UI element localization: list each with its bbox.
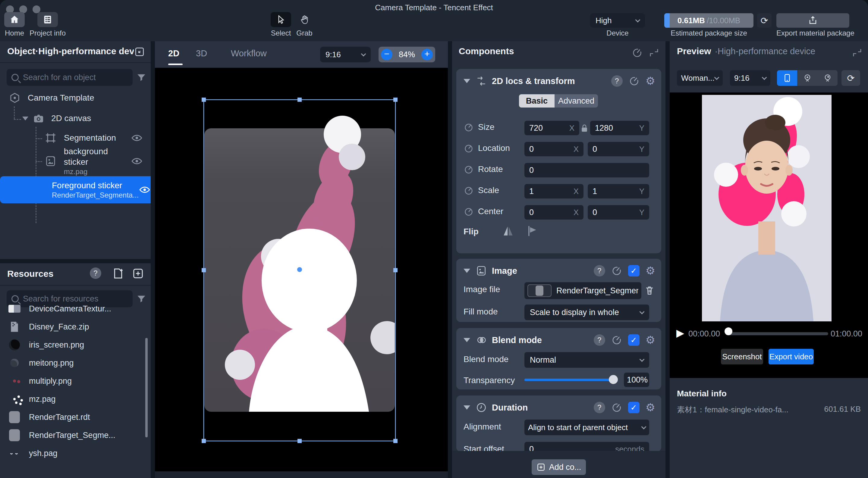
help-icon[interactable]: ? — [594, 402, 605, 413]
center-y-input[interactable]: 0Y — [588, 205, 649, 220]
home-button[interactable] — [4, 12, 25, 27]
transparency-slider-knob[interactable] — [609, 375, 618, 384]
gear-icon[interactable]: ⚙ — [646, 402, 655, 413]
rotate-input[interactable]: 0 — [524, 163, 649, 178]
visibility-eye-icon[interactable] — [131, 155, 143, 167]
reset-dial-icon[interactable] — [632, 47, 643, 58]
advanced-tab[interactable]: Advanced — [555, 94, 598, 107]
preview-model-dropdown[interactable]: Woman... — [677, 70, 723, 86]
zoom-out-button[interactable]: − — [381, 49, 393, 60]
keyframe-dial-icon[interactable] — [464, 164, 474, 174]
source-webcam-front-button[interactable] — [797, 70, 817, 86]
reset-dial-icon[interactable] — [611, 402, 622, 413]
reset-dial-icon[interactable] — [629, 75, 640, 87]
object-search[interactable] — [7, 69, 133, 86]
keyframe-dial-icon[interactable] — [464, 143, 474, 153]
tree-item-camera-template[interactable]: Camera Template — [0, 90, 151, 106]
project-info-button[interactable] — [37, 12, 58, 27]
tree-item-background-sticker[interactable]: background sticker mz.pag — [0, 149, 151, 174]
grab-tool-button[interactable] — [294, 12, 315, 27]
resource-item[interactable]: mz.pag — [0, 390, 147, 408]
visibility-eye-icon[interactable] — [138, 184, 151, 196]
gear-icon[interactable]: ⚙ — [646, 75, 655, 87]
resource-item[interactable]: RenderTarget.rdt — [0, 408, 147, 426]
zoom-in-button[interactable]: + — [421, 49, 433, 60]
flip-vertical-icon[interactable] — [525, 224, 538, 237]
collapse-arrow-icon[interactable] — [464, 338, 470, 342]
canvas-aspect-dropdown[interactable]: 9:16 — [320, 47, 371, 62]
start-offset-input[interactable]: 0seconds — [524, 442, 649, 451]
source-webcam-back-button[interactable] — [817, 70, 838, 86]
tab-2d[interactable]: 2D — [168, 49, 179, 58]
component-enabled-checkbox[interactable]: ✓ — [628, 402, 640, 413]
location-y-input[interactable]: 0Y — [588, 142, 649, 156]
tree-item-segmentation[interactable]: Segmentation — [0, 129, 151, 147]
panel-layout-icon[interactable] — [649, 47, 659, 58]
basic-tab[interactable]: Basic — [519, 94, 555, 107]
canvas-artboard[interactable] — [202, 98, 398, 443]
preview-aspect-dropdown[interactable]: 9:16 — [730, 70, 770, 86]
help-icon[interactable]: ? — [594, 334, 605, 346]
help-icon[interactable]: ? — [90, 267, 101, 279]
canvas-viewport[interactable] — [155, 68, 448, 478]
visibility-eye-icon[interactable] — [131, 132, 143, 144]
device-level-dropdown[interactable]: High — [590, 13, 645, 28]
resource-item[interactable]: iris_screen.png — [0, 336, 147, 354]
tab-3d[interactable]: 3D — [196, 49, 207, 58]
refresh-package-size-button[interactable]: ⟳ — [757, 13, 772, 28]
reset-dial-icon[interactable] — [611, 334, 622, 346]
transparency-slider-track[interactable] — [524, 379, 615, 381]
keyframe-dial-icon[interactable] — [464, 122, 474, 132]
scale-y-input[interactable]: 1Y — [588, 184, 649, 198]
preview-refresh-button[interactable]: ⟳ — [841, 70, 860, 86]
blend-mode-dropdown[interactable]: Normal — [524, 352, 649, 368]
filter-icon[interactable] — [136, 72, 147, 83]
timeline-track[interactable] — [726, 332, 828, 335]
add-resource-icon[interactable] — [132, 267, 144, 280]
tab-workflow[interactable]: Workflow — [231, 49, 267, 58]
source-phone-button[interactable] — [777, 70, 797, 86]
resource-item[interactable]: meitong.png — [0, 354, 147, 372]
panel-layout-icon[interactable] — [852, 47, 863, 58]
play-button[interactable]: ▶ — [676, 327, 684, 339]
expand-arrow-icon[interactable] — [22, 117, 28, 121]
scale-x-input[interactable]: 1X — [524, 184, 584, 198]
anchor-center-dot[interactable] — [297, 267, 302, 272]
add-component-button[interactable]: Add co... — [532, 459, 586, 475]
export-video-button[interactable]: Export video — [769, 349, 814, 364]
help-icon[interactable]: ? — [594, 265, 605, 277]
image-file-picker[interactable]: RenderTarget_Segmen — [524, 282, 641, 299]
flip-horizontal-icon[interactable] — [501, 224, 515, 237]
reset-dial-icon[interactable] — [611, 265, 622, 276]
fill-mode-dropdown[interactable]: Scale to display in whole — [524, 305, 649, 320]
resource-item[interactable]: multiply.png — [0, 372, 147, 390]
help-icon[interactable]: ? — [611, 75, 623, 87]
resource-item[interactable]: RenderTarget_Segme... — [0, 426, 147, 444]
gear-icon[interactable]: ⚙ — [646, 334, 655, 346]
component-enabled-checkbox[interactable]: ✓ — [628, 334, 640, 346]
tree-item-2d-canvas[interactable]: 2D canvas — [0, 110, 151, 127]
size-y-input[interactable]: 1280Y — [590, 121, 649, 135]
screenshot-button[interactable]: Screenshot — [721, 349, 763, 364]
export-package-button[interactable] — [776, 13, 849, 28]
tree-item-foreground-sticker[interactable]: Foreground sticker RenderTarget_Segmenta… — [0, 176, 151, 203]
gear-icon[interactable]: ⚙ — [646, 265, 655, 277]
resources-scrollbar[interactable] — [145, 338, 148, 437]
center-x-input[interactable]: 0X — [524, 205, 584, 220]
collapse-arrow-icon[interactable] — [464, 406, 470, 410]
location-x-input[interactable]: 0X — [524, 142, 584, 156]
transparency-value-input[interactable]: 100% — [624, 373, 649, 387]
object-search-input[interactable] — [23, 73, 130, 82]
collapse-arrow-icon[interactable] — [464, 269, 470, 273]
resource-item[interactable]: DeviceCameraTextur... — [0, 300, 147, 317]
resource-item[interactable]: ysh.pag — [0, 445, 147, 462]
keyframe-dial-icon[interactable] — [464, 206, 474, 217]
collapse-panel-icon[interactable] — [134, 47, 145, 58]
keyframe-dial-icon[interactable] — [464, 185, 474, 195]
select-tool-button[interactable] — [271, 12, 291, 27]
collapse-arrow-icon[interactable] — [464, 79, 470, 83]
trash-icon[interactable] — [644, 285, 655, 296]
size-x-input[interactable]: 720X — [524, 121, 579, 135]
timeline-knob[interactable] — [724, 327, 733, 335]
import-file-icon[interactable] — [112, 267, 124, 280]
